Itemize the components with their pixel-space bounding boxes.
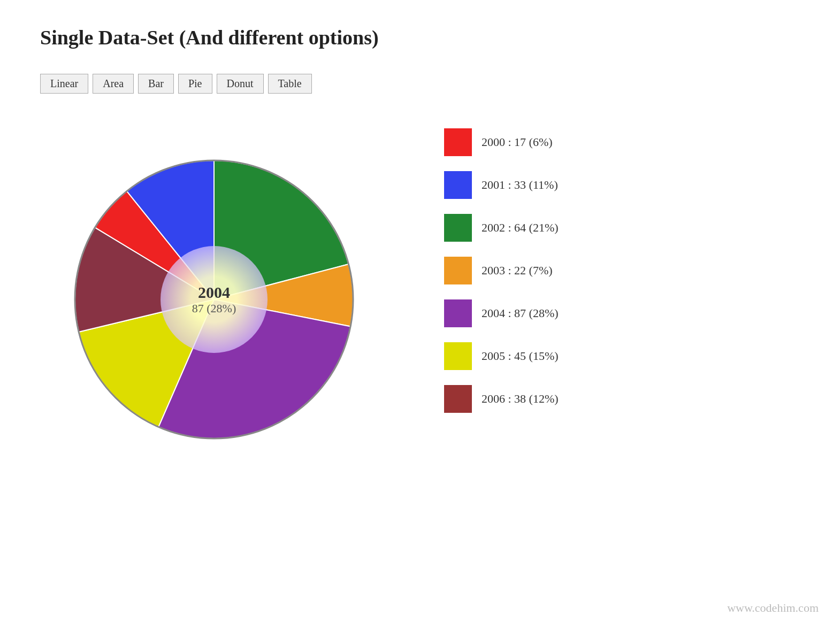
btn-table[interactable]: Table <box>268 74 312 94</box>
legend-label-2000: 2000 : 17 (6%) <box>482 135 553 149</box>
legend-color-2006 <box>444 385 472 413</box>
legend-item-2002: 2002 : 64 (21%) <box>444 214 559 242</box>
chart-legend: 2000 : 17 (6%)2001 : 33 (11%)2002 : 64 (… <box>444 128 559 413</box>
legend-label-2002: 2002 : 64 (21%) <box>482 221 559 235</box>
chart-area: 2004 87 (28%) <box>32 118 396 481</box>
legend-item-2006: 2006 : 38 (12%) <box>444 385 559 413</box>
legend-label-2006: 2006 : 38 (12%) <box>482 392 559 406</box>
legend-label-2005: 2005 : 45 (15%) <box>482 349 559 363</box>
legend-item-2005: 2005 : 45 (15%) <box>444 342 559 370</box>
legend-label-2004: 2004 : 87 (28%) <box>482 306 559 320</box>
legend-label-2001: 2001 : 33 (11%) <box>482 178 558 192</box>
page-title: Single Data-Set (And different options) <box>40 26 379 49</box>
legend-label-2003: 2003 : 22 (7%) <box>482 264 553 278</box>
btn-linear[interactable]: Linear <box>40 74 88 94</box>
legend-color-2002 <box>444 214 472 242</box>
legend-item-2004: 2004 : 87 (28%) <box>444 299 559 327</box>
legend-color-2001 <box>444 171 472 199</box>
btn-pie[interactable]: Pie <box>178 74 212 94</box>
legend-color-2000 <box>444 128 472 156</box>
legend-item-2003: 2003 : 22 (7%) <box>444 257 559 284</box>
watermark: www.codehim.com <box>727 601 819 615</box>
legend-color-2004 <box>444 299 472 327</box>
legend-item-2000: 2000 : 17 (6%) <box>444 128 559 156</box>
chart-type-toolbar: LinearAreaBarPieDonutTable <box>40 74 312 94</box>
btn-donut[interactable]: Donut <box>217 74 264 94</box>
legend-item-2001: 2001 : 33 (11%) <box>444 171 559 199</box>
btn-bar[interactable]: Bar <box>138 74 174 94</box>
pie-chart: 2004 87 (28%) <box>64 150 364 449</box>
legend-color-2005 <box>444 342 472 370</box>
legend-color-2003 <box>444 257 472 284</box>
pie-svg <box>64 150 364 449</box>
btn-area[interactable]: Area <box>93 74 134 94</box>
